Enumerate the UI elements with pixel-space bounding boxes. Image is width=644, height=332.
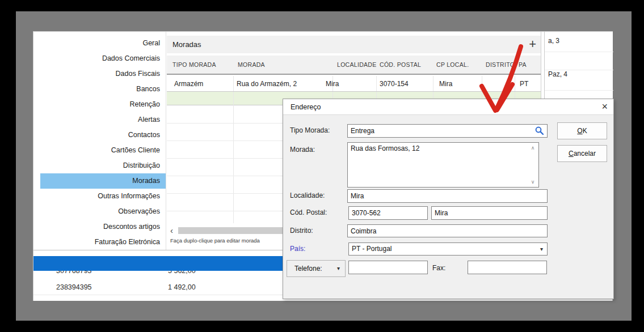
cell-tipo: Armazém	[174, 76, 203, 92]
column-gridline	[233, 76, 234, 223]
tipo-morada-label: Tipo Morada:	[290, 126, 330, 134]
pais-label[interactable]: País:	[290, 245, 305, 253]
addresses-table-header: TIPO MORADA MORADA LOCALIDADE CÓD. POSTA…	[167, 56, 541, 75]
cod-postal-locality-input[interactable]	[431, 206, 548, 220]
amount-value: 1 492,00	[168, 280, 196, 295]
localidade-input[interactable]	[347, 189, 548, 203]
amount-value-clipped: 5 562,00	[168, 271, 196, 278]
sidebar-item-observacoes[interactable]: Observações	[33, 204, 166, 219]
morada-textarea[interactable]: Rua das Formosas, 12	[347, 142, 539, 188]
column-distrito[interactable]: DISTRITO	[486, 56, 515, 74]
close-icon[interactable]: ×	[601, 99, 608, 114]
telefone-label: Telefone:	[294, 265, 322, 273]
distrito-input[interactable]	[347, 224, 548, 237]
column-localidade[interactable]: LOCALIDADE	[337, 56, 377, 74]
column-morada[interactable]: MORADA	[238, 56, 265, 74]
add-address-button[interactable]: +	[529, 36, 536, 52]
sidebar-item-dados-fiscais[interactable]: Dados Fiscais	[33, 66, 166, 82]
cod-postal-label: Cód. Postal:	[290, 208, 327, 216]
morada-label: Morada:	[290, 146, 315, 154]
sidebar-item-cartoes-cliente[interactable]: Cartões Cliente	[33, 143, 166, 158]
fax-label: Fax:	[432, 264, 445, 272]
cancel-button[interactable]: Cancelar	[557, 145, 607, 162]
nif-value-clipped: 307768793	[56, 271, 92, 278]
screenshot-frame: Geral Dados Comerciais Dados Fiscais Ban…	[0, 0, 644, 332]
cancel-button-rest: ancelar	[574, 150, 596, 158]
cell-cod-postal: 3070-154	[380, 76, 409, 92]
list-separator	[545, 90, 613, 91]
sidebar-item-faturacao-eletronica[interactable]: Faturação Eletrónica	[33, 235, 166, 250]
tipo-morada-input[interactable]	[347, 124, 548, 138]
chevron-down-icon[interactable]: ▾	[540, 243, 543, 256]
sidebar-item-retencao[interactable]: Retenção	[33, 97, 166, 112]
cell-pais: PT	[520, 76, 528, 92]
list-separator	[545, 52, 613, 52]
column-cod-postal[interactable]: CÓD. POSTAL	[380, 56, 421, 74]
cell-localidade: Mira	[326, 76, 339, 92]
sidebar-item-bancos[interactable]: Bancos	[33, 82, 166, 97]
sidebar-item-distribuicao[interactable]: Distribuição	[33, 158, 166, 173]
dialog-title: Endereço	[291, 99, 321, 115]
fax-input[interactable]	[468, 261, 547, 274]
pais-dropdown[interactable]: PT - Portugal ▾	[348, 242, 548, 256]
column-tipo-morada[interactable]: TIPO MORADA	[172, 56, 216, 74]
sidebar-item-outras-informacoes[interactable]: Outras Informações	[33, 189, 166, 204]
sidebar-nav: Geral Dados Comerciais Dados Fiscais Ban…	[33, 36, 166, 250]
nif-value: 238394395	[56, 280, 92, 295]
scroll-left-arrow-icon[interactable]: ‹	[170, 227, 173, 234]
column-pais[interactable]: PA	[519, 56, 527, 74]
sidebar-item-alertas[interactable]: Alertas	[33, 112, 166, 127]
search-icon[interactable]	[535, 126, 544, 138]
panel-title: Moradas	[172, 36, 201, 53]
sidebar-item-geral[interactable]: Geral	[33, 36, 166, 51]
cancel-button-accel: C	[569, 150, 574, 158]
cell-morada: Rua do Armazém, 2	[237, 76, 297, 92]
table-row-armazem[interactable]: Armazém Rua do Armazém, 2 Mira 3070-154 …	[167, 76, 541, 92]
distrito-label: Distrito:	[290, 227, 313, 235]
sidebar-item-descontos-artigos[interactable]: Descontos artigos	[33, 219, 166, 235]
endereco-dialog: Endereço × Tipo Morada: OK Morada: Rua d…	[283, 99, 614, 299]
sidebar-divider	[166, 32, 166, 250]
chevron-down-icon[interactable]: ▾	[337, 261, 340, 276]
sidebar-item-dados-comerciais[interactable]: Dados Comerciais	[33, 51, 166, 66]
sidebar-item-contactos[interactable]: Contactos	[33, 127, 166, 143]
ok-button-rest: K	[583, 127, 587, 135]
telefone-input[interactable]	[348, 261, 428, 274]
double-click-hint: Faça duplo-clique para editar morada	[170, 237, 260, 244]
localidade-label: Localidade:	[290, 191, 325, 199]
column-cp-local[interactable]: CP LOCAL.	[436, 56, 469, 74]
ok-button[interactable]: OK	[557, 122, 607, 139]
ok-button-accel: O	[577, 127, 582, 135]
cod-postal-input[interactable]	[348, 206, 428, 220]
telefone-type-dropdown[interactable]: Telefone: ▾	[287, 260, 346, 277]
textarea-scroll-down-icon[interactable]: ∨	[529, 179, 537, 185]
cell-cp-local: Mira	[439, 76, 452, 92]
addresses-panel-header: Moradas +	[167, 36, 541, 53]
pais-value: PT - Portugal	[352, 245, 392, 253]
textarea-scroll-up-icon[interactable]: ∧	[529, 145, 537, 151]
background-list-item: a, 3	[548, 37, 559, 45]
background-list-item: Paz, 4	[548, 70, 567, 78]
sidebar-item-moradas-selected[interactable]: Moradas	[33, 173, 166, 189]
dialog-titlebar: Endereço ×	[283, 99, 613, 115]
